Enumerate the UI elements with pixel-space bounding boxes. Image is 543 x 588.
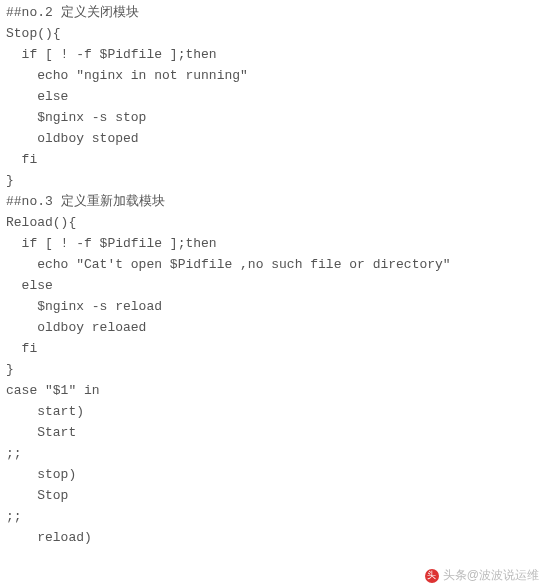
code-line: oldboy stoped [6,128,537,149]
code-line: stop) [6,464,537,485]
code-line: ;; [6,506,537,527]
code-line: $nginx -s reload [6,296,537,317]
code-line: start) [6,401,537,422]
code-line: else [6,86,537,107]
code-line: Start [6,422,537,443]
code-line: ;; [6,443,537,464]
code-line: Stop [6,485,537,506]
shell-script-code: ##no.2 定义关闭模块Stop(){ if [ ! -f $Pidfile … [0,0,543,550]
code-line: Reload(){ [6,212,537,233]
source-label: 头条@波波说运维 [443,565,539,586]
code-line: } [6,359,537,380]
source-attribution: 头 头条@波波说运维 [425,565,539,586]
code-line: oldboy reloaed [6,317,537,338]
code-line: fi [6,338,537,359]
code-line: ##no.2 定义关闭模块 [6,2,537,23]
code-line: ##no.3 定义重新加载模块 [6,191,537,212]
code-line: echo "nginx in not running" [6,65,537,86]
code-line: if [ ! -f $Pidfile ];then [6,44,537,65]
code-line: case "$1" in [6,380,537,401]
code-line: } [6,170,537,191]
code-line: reload) [6,527,537,548]
code-line: else [6,275,537,296]
code-line: if [ ! -f $Pidfile ];then [6,233,537,254]
code-line: fi [6,149,537,170]
code-line: Stop(){ [6,23,537,44]
code-line: $nginx -s stop [6,107,537,128]
code-line: echo "Cat't open $Pidfile ,no such file … [6,254,537,275]
toutiao-logo-icon: 头 [425,569,439,583]
